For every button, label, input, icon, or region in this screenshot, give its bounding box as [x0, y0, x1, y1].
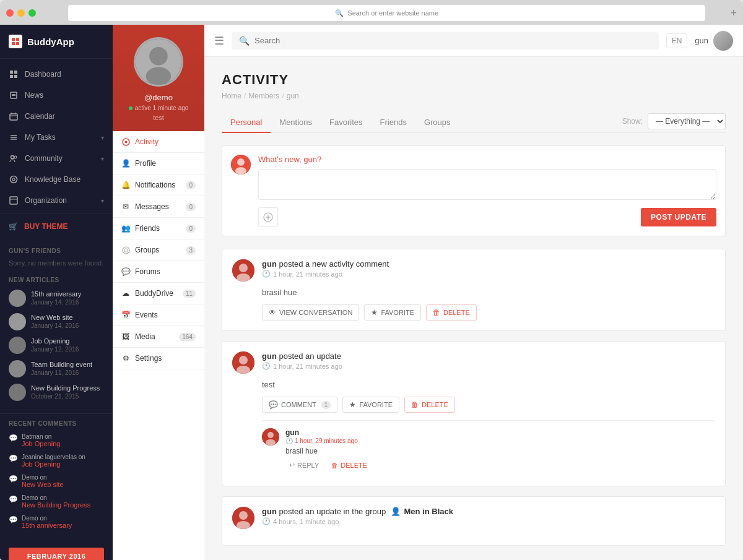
- tasks-arrow: ▾: [101, 134, 104, 141]
- recent-comments-section: RECENT COMMENTS 💬 Batman on Job Opening …: [0, 413, 113, 541]
- reply-section-2: gun 🕐 1 hour, 29 minutes ago brasil hue …: [262, 420, 715, 471]
- sidebar-item-knowledge-base[interactable]: Knowledge Base: [0, 169, 113, 190]
- sidebar-item-dashboard[interactable]: Dashboard: [0, 64, 113, 85]
- user-menu[interactable]: gun: [695, 31, 733, 51]
- mnav-activity[interactable]: Activity: [113, 131, 204, 153]
- view-conversation-btn[interactable]: 👁 VIEW CONVERSATION: [262, 304, 359, 321]
- menu-icon[interactable]: ☰: [214, 34, 224, 48]
- browser-minimize-dot[interactable]: [17, 9, 25, 17]
- comment-item-2[interactable]: 💬 Jeanine laguervelas on Job Opening: [9, 454, 104, 468]
- svg-rect-2: [12, 42, 15, 45]
- article-avatar-3: [9, 337, 26, 354]
- friends-title: GUN'S FRIENDS: [9, 248, 104, 254]
- browser-maximize-dot[interactable]: [28, 9, 36, 17]
- article-item-1[interactable]: 15th anniversary January 14, 2016: [9, 290, 104, 307]
- article-item-4[interactable]: Team Building event January 11, 2016: [9, 360, 104, 377]
- comment-author-5: Demo on: [22, 515, 104, 522]
- favorite-btn-1[interactable]: ★ FAVORITE: [364, 304, 421, 321]
- events-icon: 📅: [121, 311, 130, 319]
- comment-btn-2[interactable]: 💬 COMMENT 1: [262, 397, 337, 413]
- status-text: active 1 minute ago: [135, 105, 189, 111]
- post-textarea[interactable]: [258, 169, 716, 200]
- svg-point-20: [11, 176, 17, 183]
- comment-author-3: Demo on: [22, 474, 104, 481]
- article-item-5[interactable]: New Building Progress October 21, 2015: [9, 384, 104, 401]
- activity-actions-1: 👁 VIEW CONVERSATION ★ FAVORITE 🗑 DELETE: [262, 304, 715, 321]
- search-box: 🔍: [232, 32, 659, 50]
- sidebar-item-my-tasks[interactable]: My Tasks ▾: [0, 127, 113, 148]
- mnav-settings[interactable]: ⚙ Settings: [113, 348, 204, 369]
- article-item-3[interactable]: Job Opening January 12, 2016: [9, 337, 104, 354]
- tab-groups[interactable]: Groups: [415, 113, 459, 133]
- tab-mentions[interactable]: Mentions: [271, 113, 321, 133]
- profile-icon: 👤: [121, 159, 130, 168]
- browser-addressbar[interactable]: 🔍 Search or enter website name: [68, 5, 705, 21]
- delete-btn-1[interactable]: 🗑 DELETE: [426, 304, 477, 321]
- comment-item-4[interactable]: 💬 Demo on New Building Progress: [9, 494, 104, 509]
- comment-link-3: New Web site: [22, 481, 104, 488]
- mnav-groups[interactable]: Groups 3: [113, 239, 204, 261]
- delete-btn-2[interactable]: 🗑 DELETE: [404, 397, 455, 413]
- comment-link-2: Job Opening: [22, 460, 104, 468]
- profile-status: active 1 minute ago: [129, 105, 189, 111]
- tab-friends[interactable]: Friends: [372, 113, 415, 133]
- recent-comments-title: RECENT COMMENTS: [9, 420, 104, 427]
- reply-text-1: brasil hue: [285, 447, 715, 455]
- friends-section: GUN'S FRIENDS Sorry, no members were fou…: [0, 241, 113, 270]
- sidebar-item-community[interactable]: Community ▾: [0, 148, 113, 169]
- mnav-friends[interactable]: 👥 Friends 0: [113, 218, 204, 239]
- sidebar-item-organization[interactable]: Organization ▾: [0, 190, 113, 211]
- sidebar-item-label-my-tasks: My Tasks: [25, 133, 95, 142]
- browser-close-dot[interactable]: [6, 9, 14, 17]
- calendar-icon: [9, 111, 19, 121]
- activity-user-3: gun: [262, 507, 277, 516]
- activity-info-3: gun posted an update in the group 👤 Men …: [262, 507, 715, 525]
- eye-icon: 👁: [269, 308, 276, 317]
- reply-reply-btn[interactable]: ↩ REPLY: [285, 459, 323, 471]
- mnav-forums[interactable]: 💬 Forums: [113, 261, 204, 283]
- middle-nav: Activity 👤 Profile 🔔 Notifications 0 ✉ M…: [113, 131, 204, 560]
- svg-point-32: [237, 158, 245, 166]
- browser-new-tab[interactable]: +: [730, 7, 737, 20]
- language-selector[interactable]: EN: [666, 33, 688, 48]
- sidebar-item-calendar[interactable]: Calendar: [0, 106, 113, 127]
- post-submit-btn[interactable]: POST UPDATE: [641, 208, 716, 226]
- tasks-icon: [9, 132, 19, 142]
- comment-icon-2: 💬: [269, 400, 278, 409]
- mnav-notifications[interactable]: 🔔 Notifications 0: [113, 174, 204, 196]
- sidebar-buy-theme[interactable]: 🛒 BUY THEME: [0, 217, 113, 236]
- browser-address: Search or enter website name: [347, 9, 438, 17]
- community-arrow: ▾: [101, 155, 104, 162]
- mnav-profile[interactable]: 👤 Profile: [113, 153, 204, 174]
- article-title-3: Job Opening: [31, 337, 104, 345]
- middle-panel: @demo active 1 minute ago test Activity …: [113, 25, 204, 560]
- comment-item-1[interactable]: 💬 Batman on Job Opening: [9, 433, 104, 447]
- comment-item-5[interactable]: 💬 Demo on 15th anniversary: [9, 515, 104, 529]
- topbar: ☰ 🔍 EN gun: [204, 25, 743, 57]
- svg-point-38: [239, 264, 248, 272]
- comment-item-3[interactable]: 💬 Demo on New Web site: [9, 474, 104, 488]
- reply-item-1: gun 🕐 1 hour, 29 minutes ago brasil hue …: [262, 428, 715, 471]
- breadcrumb-members[interactable]: Members: [248, 92, 279, 100]
- svg-point-45: [266, 439, 276, 446]
- mnav-events[interactable]: 📅 Events: [113, 304, 204, 326]
- tab-favorites[interactable]: Favorites: [321, 113, 371, 133]
- article-item-2[interactable]: New Web site January 14, 2016: [9, 313, 104, 330]
- reply-delete-btn[interactable]: 🗑 DELETE: [328, 459, 371, 471]
- calendar-button[interactable]: FEBRUARY 2016: [9, 548, 104, 560]
- comment-info-1: Batman on Job Opening: [22, 433, 104, 447]
- mnav-media[interactable]: 🖼 Media 164: [113, 326, 204, 348]
- breadcrumb-user[interactable]: gun: [287, 92, 299, 100]
- show-label: Show:: [622, 117, 643, 126]
- sidebar-item-news[interactable]: News: [0, 85, 113, 106]
- post-attachment-btn[interactable]: [258, 207, 278, 227]
- mnav-messages[interactable]: ✉ Messages 0: [113, 196, 204, 218]
- mnav-buddydrive[interactable]: ☁ BuddyDrive 11: [113, 283, 204, 304]
- breadcrumb-home[interactable]: Home: [222, 92, 241, 100]
- mnav-label-groups: Groups: [135, 246, 181, 254]
- favorite-btn-2[interactable]: ★ FAVORITE: [342, 397, 399, 413]
- article-date-5: October 21, 2015: [31, 393, 104, 400]
- tab-personal[interactable]: Personal: [222, 113, 271, 133]
- search-input[interactable]: [254, 36, 651, 45]
- show-select[interactable]: — Everything —: [648, 113, 726, 129]
